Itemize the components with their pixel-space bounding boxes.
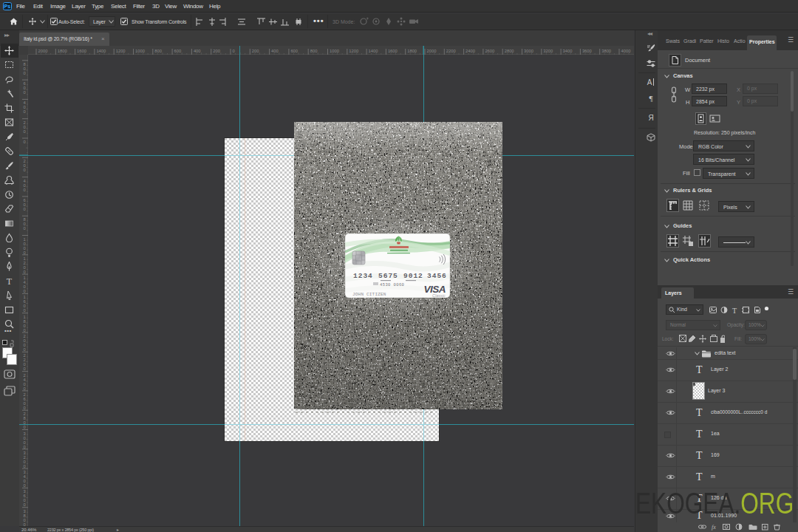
- svg-text:1200: 1200: [349, 49, 358, 53]
- svg-text:200: 200: [24, 120, 26, 134]
- svg-text:3600: 3600: [24, 489, 26, 507]
- svg-text:0: 0: [233, 49, 235, 53]
- svg-text:2400: 2400: [466, 49, 475, 53]
- svg-text:600: 600: [290, 49, 298, 53]
- svg-text:T: T: [7, 276, 13, 286]
- svg-text:2800: 2800: [505, 49, 514, 53]
- svg-text:3200: 3200: [543, 49, 553, 53]
- svg-text:1000: 1000: [24, 237, 26, 255]
- svg-text:3000: 3000: [24, 432, 26, 449]
- svg-text:0: 0: [24, 140, 26, 144]
- svg-text:fx: fx: [712, 524, 716, 531]
- svg-text:1234: 1234: [353, 272, 373, 280]
- svg-text:¶: ¶: [649, 94, 653, 103]
- svg-text:3800: 3800: [601, 49, 611, 53]
- svg-text:1000: 1000: [135, 49, 145, 53]
- svg-text:Classic: Classic: [432, 293, 446, 298]
- svg-text:3800: 3800: [24, 509, 26, 526]
- svg-text:2000: 2000: [24, 334, 26, 352]
- svg-text:600: 600: [24, 81, 26, 95]
- svg-text:200: 200: [24, 159, 26, 172]
- svg-text:800: 800: [310, 49, 318, 53]
- svg-text:1600: 1600: [388, 49, 398, 53]
- svg-text:5675: 5675: [378, 272, 398, 280]
- svg-text:400: 400: [194, 49, 201, 53]
- svg-text:1800: 1800: [24, 315, 26, 332]
- svg-text:3200: 3200: [24, 451, 26, 468]
- svg-text:4000: 4000: [621, 49, 631, 53]
- svg-text:1400: 1400: [96, 49, 106, 53]
- svg-text:2800: 2800: [24, 412, 26, 429]
- svg-text:1600: 1600: [77, 49, 86, 53]
- svg-text:3000: 3000: [524, 49, 533, 53]
- svg-text:3400: 3400: [563, 49, 573, 53]
- svg-text:600: 600: [174, 49, 182, 53]
- svg-text:2600: 2600: [24, 392, 26, 410]
- svg-text:1200: 1200: [24, 256, 26, 274]
- svg-text:1000: 1000: [330, 49, 339, 53]
- svg-text:800: 800: [154, 49, 162, 53]
- svg-text:800: 800: [24, 62, 26, 75]
- svg-text:3600: 3600: [582, 49, 592, 53]
- svg-text:1800: 1800: [407, 49, 417, 53]
- svg-text:2000: 2000: [427, 49, 437, 53]
- svg-text:3456: 3456: [427, 272, 447, 280]
- svg-text:4530 0060: 4530 0060: [380, 282, 404, 287]
- svg-text:600: 600: [24, 198, 26, 211]
- svg-text:Я: Я: [648, 114, 653, 122]
- svg-text:2600: 2600: [485, 49, 494, 53]
- svg-text:1200: 1200: [116, 49, 126, 53]
- svg-text:2200: 2200: [446, 49, 456, 53]
- svg-text:1400: 1400: [369, 49, 378, 53]
- svg-text:1600: 1600: [24, 295, 26, 313]
- svg-text:9012: 9012: [403, 272, 423, 280]
- svg-text:2200: 2200: [24, 353, 26, 371]
- svg-text:200: 200: [252, 49, 259, 53]
- svg-text:800: 800: [24, 217, 26, 231]
- svg-text:200: 200: [213, 49, 220, 53]
- svg-text:2000: 2000: [38, 49, 48, 53]
- svg-text:A: A: [647, 78, 652, 86]
- svg-text:JOHN CITIZEN: JOHN CITIZEN: [352, 292, 386, 297]
- svg-text:Ps: Ps: [4, 4, 11, 9]
- svg-text:1800: 1800: [58, 49, 67, 53]
- svg-text:400: 400: [271, 49, 279, 53]
